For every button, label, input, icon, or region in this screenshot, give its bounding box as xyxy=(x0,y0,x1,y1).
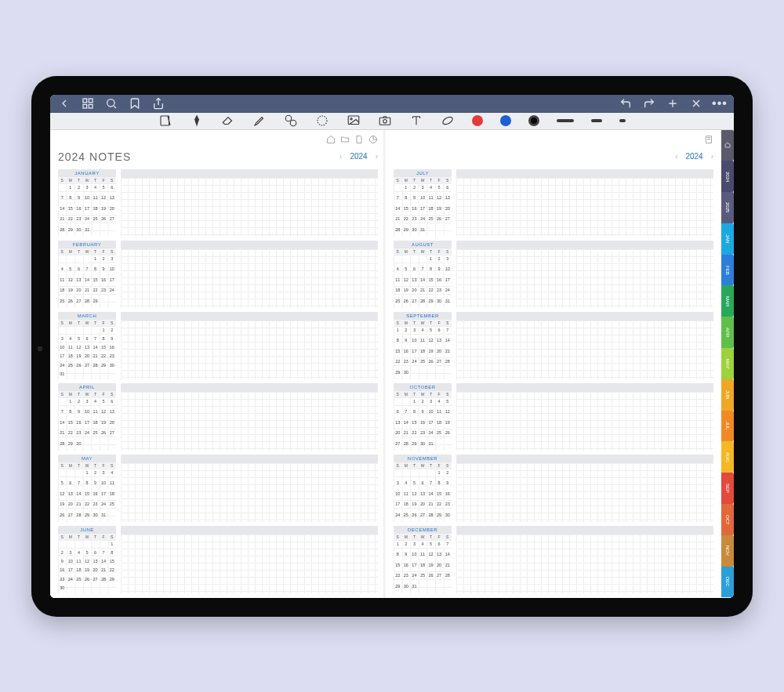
page-right[interactable]: ‹ 2024 › JULYSMTWTFS12345678910111213141… xyxy=(386,130,721,598)
stroke-width-medium[interactable] xyxy=(591,119,602,122)
note-grid[interactable] xyxy=(121,249,378,308)
month-note-area[interactable] xyxy=(121,169,378,237)
days-grid[interactable]: 1234567891011121314151617181920212223242… xyxy=(394,469,452,522)
month-name[interactable]: NOVEMBER xyxy=(394,455,452,462)
color-swatch-red[interactable] xyxy=(472,115,483,126)
text-tool-icon[interactable] xyxy=(409,114,423,128)
back-icon[interactable] xyxy=(58,97,71,110)
redo-icon[interactable] xyxy=(643,97,655,110)
eraser-tool-icon[interactable] xyxy=(221,114,235,128)
note-grid[interactable] xyxy=(121,178,378,237)
month-name[interactable]: OCTOBER xyxy=(394,383,452,391)
note-grid[interactable] xyxy=(456,178,713,237)
days-grid[interactable]: 1234567891011121314151617181920212223242… xyxy=(58,326,116,379)
tab-apr[interactable]: APR xyxy=(721,317,734,348)
close-icon[interactable] xyxy=(690,97,702,110)
note-grid[interactable] xyxy=(121,321,378,379)
color-swatch-blue[interactable] xyxy=(500,115,511,126)
home-page-icon[interactable] xyxy=(326,133,336,143)
mini-calendar[interactable]: DECEMBERSMTWTFS1234567891011121314151617… xyxy=(394,526,452,593)
shapes-tool-icon[interactable] xyxy=(284,114,298,128)
prev-year-icon[interactable]: ‹ xyxy=(675,152,677,161)
tab-may[interactable]: MAY xyxy=(721,348,734,379)
month-name[interactable]: JANUARY xyxy=(58,169,116,177)
mini-calendar[interactable]: JANUARYSMTWTFS12345678910111213141516171… xyxy=(58,169,116,237)
tab-oct[interactable]: OCT xyxy=(721,504,734,535)
tab-mar[interactable]: MAR xyxy=(721,285,734,317)
month-note-area[interactable] xyxy=(121,526,378,593)
mini-calendar[interactable]: AUGUSTSMTWTFS123456789101112131415161718… xyxy=(394,241,452,308)
tab-feb[interactable]: FEB xyxy=(721,255,734,286)
month-note-area[interactable] xyxy=(121,241,378,308)
month-name[interactable]: MAY xyxy=(58,455,116,462)
lasso-tool-icon[interactable] xyxy=(315,114,329,128)
undo-icon[interactable] xyxy=(619,97,632,110)
index-page-icon[interactable] xyxy=(704,133,713,143)
month-name[interactable]: JULY xyxy=(394,169,452,177)
mini-calendar[interactable]: MAYSMTWTFS123456789101112131415161718192… xyxy=(58,455,116,522)
next-year-icon[interactable]: › xyxy=(376,152,378,161)
tab-jul[interactable]: JUL xyxy=(721,411,734,442)
note-grid[interactable] xyxy=(456,249,713,308)
color-swatch-black[interactable] xyxy=(528,115,539,126)
month-note-area[interactable] xyxy=(121,383,378,451)
note-grid[interactable] xyxy=(456,463,713,522)
mini-calendar[interactable]: JUNESMTWTFS12345678910111213141516171819… xyxy=(58,526,116,593)
month-note-area[interactable] xyxy=(456,241,713,308)
month-name[interactable]: DECEMBER xyxy=(394,526,452,534)
bookmark-icon[interactable] xyxy=(129,97,141,110)
tab-aug[interactable]: AUG xyxy=(721,441,734,473)
month-note-area[interactable] xyxy=(121,455,378,522)
chart-page-icon[interactable] xyxy=(368,133,378,143)
mini-calendar[interactable]: NOVEMBERSMTWTFS1234567891011121314151617… xyxy=(394,455,452,522)
stroke-width-small[interactable] xyxy=(619,119,626,122)
search-icon[interactable] xyxy=(105,97,118,110)
month-name[interactable]: JUNE xyxy=(58,526,116,534)
month-name[interactable]: APRIL xyxy=(58,383,116,391)
month-note-area[interactable] xyxy=(456,312,713,379)
days-grid[interactable]: 1234567891011121314151617181920212223242… xyxy=(58,540,116,593)
note-grid[interactable] xyxy=(121,463,378,522)
readonly-tool-icon[interactable] xyxy=(158,114,172,128)
note-grid[interactable] xyxy=(456,534,713,593)
tab-sep[interactable]: SEP xyxy=(721,473,734,504)
tab-2025[interactable]: 2025 xyxy=(721,192,734,223)
mini-calendar[interactable]: FEBRUARYSMTWTFS1234567891011121314151617… xyxy=(58,241,116,308)
mini-calendar[interactable]: APRILSMTWTFS1234567891011121314151617181… xyxy=(58,383,116,451)
link-tool-icon[interactable] xyxy=(441,114,455,128)
days-grid[interactable]: 1234567891011121314151617181920212223242… xyxy=(394,540,452,593)
share-icon[interactable] xyxy=(152,97,165,110)
pen-tool-icon[interactable] xyxy=(190,114,204,128)
tab-jun[interactable]: JUN xyxy=(721,379,734,411)
days-grid[interactable]: 1234567891011121314151617181920212223242… xyxy=(58,397,116,451)
days-grid[interactable]: 1234567891011121314151617181920212223242… xyxy=(394,397,452,451)
note-grid[interactable] xyxy=(121,392,378,451)
next-year-icon[interactable]: › xyxy=(711,152,713,161)
stroke-width-large[interactable] xyxy=(557,119,574,122)
days-grid[interactable]: 1234567891011121314151617181920212223242… xyxy=(394,255,452,308)
tab-nov[interactable]: NOV xyxy=(721,535,734,567)
days-grid[interactable]: 1234567891011121314151617181920212223242… xyxy=(58,469,116,522)
days-grid[interactable]: 1234567891011121314151617181920212223242… xyxy=(58,255,116,308)
mini-calendar[interactable]: JULYSMTWTFS12345678910111213141516171819… xyxy=(394,169,452,237)
doc-page-icon[interactable] xyxy=(354,133,364,143)
month-name[interactable]: SEPTEMBER xyxy=(394,312,452,320)
page-left[interactable]: 2024 NOTES ‹ 2024 › JANUARYSMTWTFS123456… xyxy=(50,130,386,598)
tab-home[interactable] xyxy=(721,130,734,161)
mini-calendar[interactable]: OCTOBERSMTWTFS12345678910111213141516171… xyxy=(394,383,452,451)
highlighter-tool-icon[interactable] xyxy=(252,114,267,128)
days-grid[interactable]: 1234567891011121314151617181920212223242… xyxy=(394,326,452,379)
camera-tool-icon[interactable] xyxy=(378,114,392,128)
days-grid[interactable]: 1234567891011121314151617181920212223242… xyxy=(394,183,452,237)
grid-icon[interactable] xyxy=(82,97,94,110)
folder-page-icon[interactable] xyxy=(340,133,350,143)
image-tool-icon[interactable] xyxy=(347,114,361,128)
more-icon[interactable]: ••• xyxy=(713,97,726,110)
month-note-area[interactable] xyxy=(456,455,713,522)
year-label[interactable]: 2024 xyxy=(350,152,367,161)
note-grid[interactable] xyxy=(456,392,713,451)
month-note-area[interactable] xyxy=(456,383,713,451)
mini-calendar[interactable]: MARCHSMTWTFS1234567891011121314151617181… xyxy=(58,312,116,379)
month-note-area[interactable] xyxy=(456,526,713,593)
month-note-area[interactable] xyxy=(456,169,713,237)
